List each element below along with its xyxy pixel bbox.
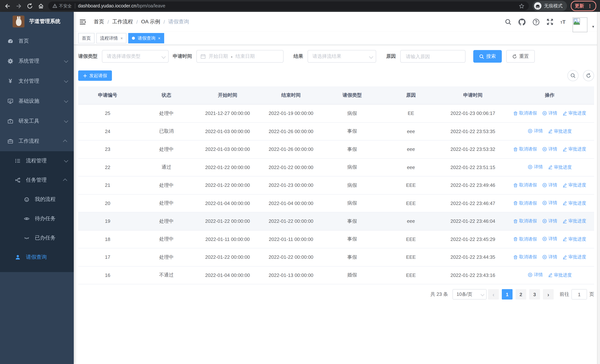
breadcrumb-current: 请假查询 <box>168 19 189 25</box>
cancel-link[interactable]: 取消请假 <box>513 146 537 152</box>
create-leave-button[interactable]: 发起请假 <box>78 70 112 81</box>
refresh-table-icon[interactable] <box>583 70 594 81</box>
tab-home[interactable]: 首页 <box>78 33 94 43</box>
progress-link[interactable]: 审批进度 <box>562 182 586 188</box>
avatar[interactable] <box>572 18 587 32</box>
toggle-search-icon[interactable] <box>567 70 579 81</box>
browser-home-icon[interactable] <box>37 2 45 10</box>
page-button-3[interactable]: 3 <box>529 289 540 299</box>
sidebar-item-workflow[interactable]: 工作流程 <box>0 131 74 151</box>
sidebar-item-done-tasks[interactable]: 已办任务 <box>0 228 74 248</box>
vertical-scrollbar[interactable] <box>597 12 600 364</box>
search-icon[interactable] <box>505 19 511 25</box>
detail-link[interactable]: 详情 <box>528 164 543 170</box>
cell-actions: 详情审批进度 <box>505 122 594 140</box>
incognito-icon <box>534 2 542 10</box>
detail-link[interactable]: 详情 <box>542 200 557 206</box>
sidebar-item-leave-query[interactable]: 请假查询 <box>0 248 74 267</box>
browser-reload-icon[interactable] <box>26 2 33 10</box>
reason-input[interactable] <box>405 53 461 59</box>
browser-forward-icon[interactable] <box>15 2 22 10</box>
detail-link[interactable]: 详情 <box>542 254 557 260</box>
detail-link[interactable]: 详情 <box>542 110 557 116</box>
gear-icon <box>7 58 13 64</box>
progress-link[interactable]: 审批进度 <box>548 128 572 135</box>
help-icon[interactable] <box>533 18 540 25</box>
progress-link[interactable]: 审批进度 <box>562 200 586 206</box>
select-placeholder: 请选择流结果 <box>312 53 341 60</box>
search-button[interactable]: 搜索 <box>473 50 502 63</box>
goto-page-input[interactable] <box>572 289 587 299</box>
sidebar-toggle-icon[interactable] <box>78 19 88 25</box>
progress-link[interactable]: 审批进度 <box>562 254 586 260</box>
cancel-link[interactable]: 取消请假 <box>513 200 537 206</box>
cancel-link[interactable]: 取消请假 <box>513 110 537 117</box>
progress-link[interactable]: 审批进度 <box>562 236 586 243</box>
progress-link[interactable]: 审批进度 <box>562 110 586 117</box>
detail-link[interactable]: 详情 <box>528 128 543 134</box>
logo-row[interactable]: 芋道管理系统 <box>0 12 74 31</box>
trash-icon <box>513 201 518 205</box>
page-size-select[interactable]: 10条/页 <box>452 289 487 299</box>
sidebar-item-infra[interactable]: 基础设施 <box>0 91 74 111</box>
cell-leave-type: 事假 <box>323 248 382 266</box>
kebab-menu-icon[interactable]: ⋮ <box>587 3 592 8</box>
leave-type-select[interactable]: 请选择请假类型 <box>102 50 169 63</box>
table-tools <box>567 70 594 81</box>
close-icon[interactable]: × <box>158 36 160 40</box>
page-button-2[interactable]: 2 <box>516 289 526 299</box>
result-select[interactable]: 请选择流结果 <box>308 50 376 63</box>
browser-back-icon[interactable] <box>4 2 11 10</box>
font-size-icon[interactable]: TT <box>560 19 565 24</box>
cancel-link[interactable]: 取消请假 <box>513 236 537 243</box>
omnibox-divider <box>75 3 75 9</box>
cell-end-time: 2022-01-19 00:00:00 <box>259 104 323 122</box>
app-frame: 芋道管理系统 首页 系统管理 ¥ 支付管理 <box>0 12 600 364</box>
fullscreen-icon[interactable] <box>547 19 553 25</box>
sidebar-item-devtools[interactable]: 研发工具 <box>0 111 74 131</box>
next-page-button[interactable]: › <box>543 289 554 299</box>
breadcrumb-item[interactable]: 工作流程 <box>112 19 133 25</box>
cell-status: 处理中 <box>137 212 196 230</box>
progress-link[interactable]: 审批进度 <box>562 146 586 152</box>
sidebar-item-system[interactable]: 系统管理 <box>0 51 74 71</box>
detail-link[interactable]: 详情 <box>542 146 557 152</box>
detail-link[interactable]: 详情 <box>542 236 557 242</box>
address-bar[interactable]: 不安全 dashboard.yudao.iocoder.cn/bpm/oa/le… <box>48 1 529 10</box>
breadcrumb-item[interactable]: OA 示例 <box>141 19 160 25</box>
cancel-link[interactable]: 取消请假 <box>513 254 537 260</box>
tab-leave-query[interactable]: 请假查询 × <box>128 33 164 43</box>
sidebar-item-todo-tasks[interactable]: 待办任务 <box>0 209 74 228</box>
tab-label: 流程详情 <box>100 35 118 41</box>
progress-link[interactable]: 审批进度 <box>562 218 586 224</box>
cancel-link[interactable]: 取消请假 <box>513 182 537 188</box>
cancel-link[interactable]: 取消请假 <box>513 218 537 224</box>
detail-link[interactable]: 详情 <box>542 218 557 224</box>
page-button-1[interactable]: 1 <box>502 289 513 299</box>
tab-process-detail[interactable]: 流程详情 × <box>96 33 127 43</box>
progress-link[interactable]: 审批进度 <box>548 272 572 278</box>
close-icon[interactable]: × <box>121 36 123 40</box>
apply-time-range-picker[interactable]: 开始日期 - 结束日期 <box>197 50 283 63</box>
sidebar-item-my-process[interactable]: 我的流程 <box>0 190 74 209</box>
breadcrumb-item[interactable]: 首页 <box>94 19 104 25</box>
detail-link[interactable]: 详情 <box>542 182 557 188</box>
sidebar-item-payment[interactable]: ¥ 支付管理 <box>0 71 74 91</box>
sidebar-item-task-mgmt[interactable]: 任务管理 <box>0 170 74 190</box>
caret-down-icon[interactable]: ▼ <box>591 25 595 28</box>
bookmark-star-icon[interactable] <box>519 3 525 9</box>
search-label: 搜索 <box>486 53 496 60</box>
detail-link[interactable]: 详情 <box>528 272 543 278</box>
sidebar-item-home[interactable]: 首页 <box>0 31 74 51</box>
prev-page-button[interactable]: ‹ <box>488 289 499 299</box>
reset-button[interactable]: 重置 <box>506 50 535 63</box>
browser-update-menu[interactable]: 更新 ⋮ <box>571 1 596 11</box>
progress-link[interactable]: 审批进度 <box>548 164 572 170</box>
security-chip[interactable]: 不安全 <box>53 3 72 9</box>
github-icon[interactable] <box>518 18 525 25</box>
dashboard-icon <box>7 38 13 44</box>
chevron-down-icon <box>64 99 68 103</box>
cell-start-time: 2022-01-03 00:00:00 <box>196 122 259 140</box>
sidebar-item-process-mgmt[interactable]: 流程管理 <box>0 151 74 170</box>
eye-icon <box>528 129 533 134</box>
